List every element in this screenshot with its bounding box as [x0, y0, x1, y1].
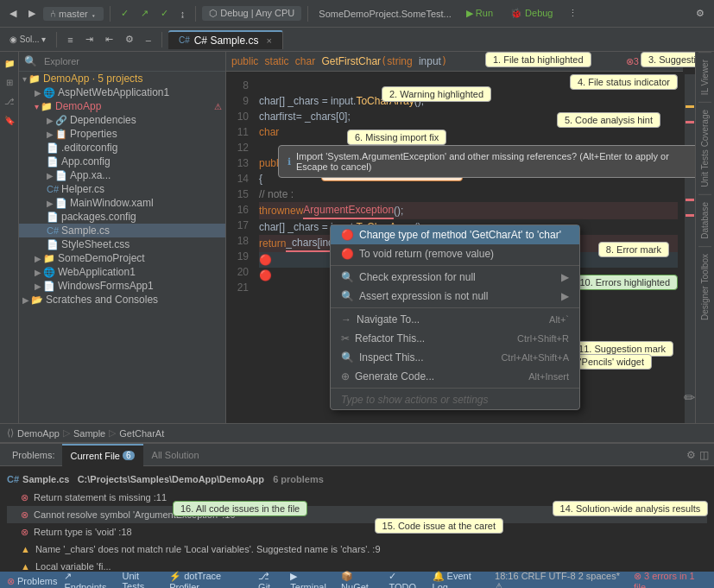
structure-icon[interactable]: ⊞: [2, 74, 17, 90]
panel-settings-icon[interactable]: ⚙: [686, 449, 696, 461]
status-problems[interactable]: ⊗ Problems: [7, 576, 57, 587]
bookmark-icon[interactable]: 🔖: [2, 112, 17, 128]
tree-label: Helper.cs: [61, 183, 104, 195]
action-icon-20[interactable]: 🔴: [259, 268, 272, 283]
context-item-assert-null[interactable]: 🔍 Assert expression is not null ▶: [331, 287, 579, 306]
right-panel-unit-tests[interactable]: Unit Tests Coverage: [698, 102, 711, 194]
check3-btn[interactable]: ✓: [156, 6, 173, 21]
status-todo[interactable]: ✓ TODO: [389, 571, 425, 589]
status-unit-tests[interactable]: Unit Tests: [123, 571, 163, 588]
tree-label: DemoApp: [55, 100, 101, 112]
context-item-navigate[interactable]: → Navigate To... Alt+`: [331, 310, 579, 329]
status-bar: ⊗ Problems ↗ Endpoints Unit Tests ⚡ dotT…: [0, 572, 714, 588]
tree-node-dependencies[interactable]: ▶ 🔗 Dependencies: [19, 113, 225, 127]
tree-node-mainwindow[interactable]: ▶ 📄 MainWindow.xaml: [19, 196, 225, 210]
tree-node-scratches[interactable]: ▶ 📂 Scratches and Consoles: [19, 293, 225, 307]
status-errors-summary[interactable]: ⊗ 3 errors in 1 file: [634, 571, 707, 589]
problem-text-4: Name '_chars' does not match rule 'Local…: [35, 541, 381, 557]
context-item-check-null[interactable]: 🔍 Check expression for null ▶: [331, 268, 579, 287]
expand-btn[interactable]: ∨: [671, 56, 678, 67]
tree-node-packages[interactable]: 📄 packages.config: [19, 210, 225, 224]
status-event-log[interactable]: 🔔 Event Log: [433, 571, 489, 589]
editor-area: public static char GetFirstChar(string i…: [226, 52, 695, 423]
minus-btn[interactable]: –: [142, 33, 155, 47]
back-button[interactable]: ◀: [5, 6, 21, 21]
tree-node-demoapp-root[interactable]: ▾ 📁 DemoApp · 5 projects: [19, 72, 225, 85]
tree-node-helper[interactable]: C# Helper.cs: [19, 182, 225, 196]
context-item-generate[interactable]: ⊕ Generate Code... Alt+Insert: [331, 367, 579, 386]
check1-btn[interactable]: ✓: [117, 6, 133, 21]
branch-selector[interactable]: ⑃ master ▾: [43, 7, 104, 21]
tree-node-sample[interactable]: C# Sample.cs: [19, 224, 225, 237]
tree-node-appconfig[interactable]: 📄 App.config: [19, 155, 225, 168]
commit-icon[interactable]: ⎇: [2, 93, 17, 109]
indent-btn-3[interactable]: ⇤: [101, 32, 117, 47]
indent-btn-2[interactable]: ⇥: [81, 32, 98, 47]
forward-button[interactable]: ▶: [24, 6, 40, 21]
project-selector[interactable]: SomeDemoProject.SomeTest...: [314, 7, 455, 21]
run-button[interactable]: ▶ Run: [459, 6, 500, 21]
problem-row-2[interactable]: ⊗ Cannot resolve symbol 'ArgumentExcepti…: [7, 506, 707, 523]
tree-node-appxa[interactable]: ▶ 📄 App.xa...: [19, 168, 225, 182]
status-nuget[interactable]: 📦 NuGet: [341, 571, 382, 589]
context-item-change-type[interactable]: 🔴 Change type of method 'GetCharAt' to '…: [331, 225, 579, 244]
context-item-search[interactable]: Type to show actions or settings: [331, 390, 579, 409]
breadcrumb-sample[interactable]: Sample: [73, 428, 105, 439]
problem-row-1[interactable]: ⊗ Return statement is missing :11: [7, 489, 707, 506]
debug-config[interactable]: ⬡ Debug | Any CPU: [202, 6, 301, 21]
breadcrumb-getchair[interactable]: GetCharAt: [119, 428, 164, 439]
action-icon-19[interactable]: 🔴: [259, 252, 272, 268]
dotrace-text: ⚡ dotTrace Profiler: [169, 571, 251, 589]
pencils-widget[interactable]: ✏: [684, 389, 695, 406]
check2-btn[interactable]: ↗: [136, 6, 153, 21]
tree-label: Scratches and Consoles: [46, 294, 158, 306]
right-panel-database[interactable]: Database: [698, 194, 711, 246]
tree-label: AspNetWebApplication1: [58, 86, 169, 98]
problem-row-3[interactable]: ⊗ Return type is 'void' :18: [7, 523, 707, 541]
file-tab-sample[interactable]: C# C# Sample.cs ×: [168, 30, 283, 49]
status-terminal[interactable]: ▶ Terminal: [290, 571, 334, 589]
terminal-text: ▶ Terminal: [290, 571, 334, 589]
config-btn[interactable]: ⚙: [121, 32, 138, 47]
nuget-text: 📦 NuGet: [341, 571, 382, 589]
status-endpoints[interactable]: ↗ Endpoints: [64, 571, 115, 589]
problem-row-4[interactable]: ▲ Name '_chars' does not match rule 'Loc…: [7, 541, 707, 558]
more-button[interactable]: ⋮: [564, 6, 582, 21]
panel-layout-icon[interactable]: ◫: [699, 449, 709, 461]
context-item-void-return[interactable]: 🔴 To void return (remove value): [331, 244, 579, 263]
tree-node-stylesheet[interactable]: 📄 StyleSheet.css: [19, 237, 225, 251]
file-tab-close[interactable]: ×: [266, 35, 271, 46]
arrow-btn[interactable]: ↨: [176, 7, 190, 21]
tree-search-icon[interactable]: 🔍: [24, 55, 37, 67]
tree-node-winforms[interactable]: ▶ 📄 WindowsFormsApp1: [19, 279, 225, 293]
breadcrumb-demoapp[interactable]: DemoApp: [17, 428, 60, 439]
settings-button[interactable]: ⚙: [692, 6, 709, 21]
context-item-inspect[interactable]: 🔍 Inspect This... Ctrl+Alt+Shift+A: [331, 348, 579, 367]
status-dotrace[interactable]: ⚡ dotTrace Profiler: [169, 571, 251, 589]
tree-node-aspnet[interactable]: ▶ 🌐 AspNetWebApplication1: [19, 85, 225, 99]
tab-all-solution[interactable]: All Solution: [143, 444, 208, 466]
debug-button[interactable]: 🐞 Debug: [503, 6, 559, 21]
error-icon-2: ⊗: [21, 507, 28, 522]
tree-node-demoapp[interactable]: ▾ 📁 DemoApp ⚠: [19, 99, 225, 113]
tree-node-properties[interactable]: ▶ 📋 Properties: [19, 127, 225, 141]
main-content-area: 📁 ⊞ ⎇ 🔖 🔍 Explorer ▾ 📁 DemoApp · 5 proje…: [0, 52, 714, 423]
indent-btn-1[interactable]: ≡: [63, 33, 77, 47]
tree-node-editorconfig[interactable]: 📄 .editorconfig: [19, 141, 225, 155]
cm-arrow-3: ▶: [561, 271, 569, 283]
status-git[interactable]: ⎇ Git: [258, 571, 283, 589]
context-menu: 🔴 Change type of method 'GetCharAt' to '…: [330, 224, 580, 410]
tree-node-webapp[interactable]: ▶ 🌐 WebApplication1: [19, 265, 225, 279]
tree-label: MainWindow.xaml: [70, 197, 154, 209]
right-panel-designer[interactable]: Designer Toolbox: [698, 246, 711, 327]
explorer-icon[interactable]: 📁: [2, 55, 17, 71]
toolbar-sep-1: [110, 6, 111, 22]
tab-current-file[interactable]: Current File 6: [62, 444, 143, 466]
solution-dropdown[interactable]: ◉ Sol... ▾: [5, 33, 50, 46]
right-panel-il-viewer[interactable]: IL Viewer: [698, 52, 711, 102]
tree-node-somedemo[interactable]: ▶ 📁 SomeDemoProject: [19, 251, 225, 265]
toolbar-sep-3: [307, 6, 308, 22]
context-item-refactor[interactable]: ✂ Refactor This... Ctrl+Shift+R: [331, 329, 579, 348]
breadcrumb-sep-1: ▷: [63, 427, 70, 439]
collapse-btn[interactable]: ∧: [660, 56, 667, 67]
